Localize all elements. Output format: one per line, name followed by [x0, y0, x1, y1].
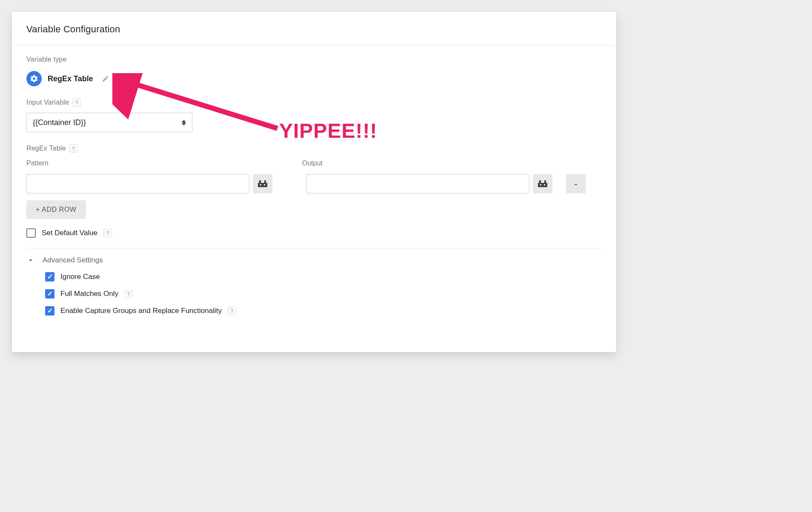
pattern-header: Pattern	[26, 159, 272, 167]
gear-icon	[26, 71, 42, 86]
chevron-down-icon	[26, 256, 35, 265]
panel-title: Variable Configuration	[26, 24, 602, 35]
variable-type-row: RegEx Table	[26, 71, 602, 86]
svg-rect-1	[259, 180, 261, 183]
full-matches-label: Full Matches Only	[60, 290, 118, 298]
regex-table-section: RegEx Table ? Pattern Output	[26, 144, 602, 316]
ignore-case-row: Ignore Case	[45, 272, 602, 282]
svg-rect-8	[540, 184, 541, 185]
input-variable-value: {{Container ID}}	[33, 118, 86, 127]
panel-header: Variable Configuration	[12, 12, 616, 46]
capture-groups-row: Enable Capture Groups and Replace Functi…	[45, 306, 602, 316]
capture-groups-checkbox[interactable]	[45, 306, 54, 316]
svg-rect-0	[258, 183, 267, 187]
pencil-icon[interactable]	[102, 75, 109, 82]
full-matches-checkbox[interactable]	[45, 289, 54, 299]
ignore-case-label: Ignore Case	[60, 273, 100, 281]
variable-type-label: Variable type	[26, 56, 602, 63]
variable-config-panel: Variable Configuration Variable type Reg…	[12, 12, 616, 352]
input-variable-label: Input Variable	[26, 99, 69, 106]
svg-rect-9	[544, 184, 545, 185]
input-variable-section: Input Variable ? {{Container ID}}	[26, 98, 602, 132]
svg-rect-5	[538, 183, 547, 187]
output-cell	[306, 174, 552, 193]
regex-table-headers: Pattern Output	[26, 157, 602, 167]
set-default-label: Set Default Value	[42, 229, 97, 237]
ignore-case-checkbox[interactable]	[45, 272, 54, 282]
set-default-row: Set Default Value ?	[26, 228, 602, 238]
help-icon[interactable]: ?	[103, 229, 112, 237]
remove-row-button[interactable]: -	[566, 174, 586, 193]
variable-picker-button[interactable]	[253, 174, 272, 193]
divider	[26, 248, 602, 248]
regex-table-label: RegEx Table	[26, 145, 66, 152]
svg-rect-2	[264, 180, 266, 183]
pattern-cell	[26, 174, 272, 193]
select-caret-icon	[182, 120, 186, 125]
add-row-button[interactable]: + ADD ROW	[26, 200, 86, 219]
help-icon[interactable]: ?	[124, 290, 133, 298]
help-icon[interactable]: ?	[228, 307, 236, 315]
input-variable-select[interactable]: {{Container ID}}	[26, 113, 192, 132]
advanced-settings-body: Ignore Case Full Matches Only ? Enable C…	[26, 272, 602, 316]
svg-rect-3	[260, 184, 261, 185]
full-matches-row: Full Matches Only ?	[45, 289, 602, 299]
pattern-input[interactable]	[26, 174, 249, 193]
brick-icon	[538, 180, 547, 187]
set-default-checkbox[interactable]	[26, 228, 36, 238]
output-input[interactable]	[306, 174, 529, 193]
output-header: Output	[302, 159, 323, 167]
panel-body: Variable type RegEx Table Input Variable…	[12, 46, 616, 316]
svg-rect-7	[544, 180, 546, 183]
help-icon[interactable]: ?	[72, 98, 81, 107]
capture-groups-label: Enable Capture Groups and Replace Functi…	[60, 307, 222, 315]
svg-rect-6	[539, 180, 541, 183]
svg-rect-4	[264, 184, 265, 185]
variable-type-name: RegEx Table	[48, 74, 93, 83]
table-row: -	[26, 174, 602, 193]
brick-icon	[258, 180, 267, 187]
advanced-settings-label: Advanced Settings	[43, 256, 103, 265]
help-icon[interactable]: ?	[69, 144, 78, 153]
advanced-settings-toggle[interactable]: Advanced Settings	[26, 256, 602, 265]
variable-picker-button[interactable]	[533, 174, 552, 193]
